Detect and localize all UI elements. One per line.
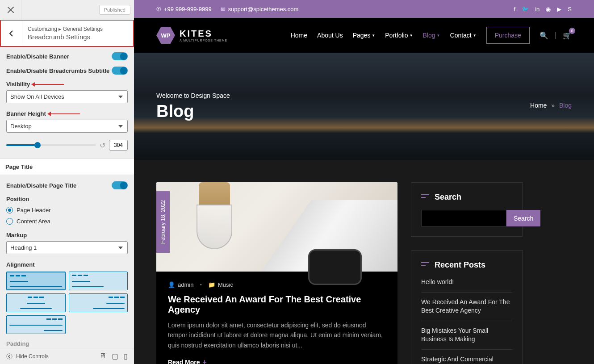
nav-blog[interactable]: Blog▼ [423, 32, 440, 39]
skype-icon[interactable]: S [568, 6, 572, 13]
nav-home[interactable]: Home [291, 32, 307, 39]
email-contact[interactable]: ✉ support@spicethemes.com [221, 6, 299, 13]
mobile-preview-icon[interactable]: ▯ [124, 352, 128, 360]
post-date-badge: February 18, 2022 [156, 191, 170, 253]
post-featured-image[interactable]: February 18, 2022 [156, 182, 397, 272]
twitter-icon[interactable]: 🐦 [522, 6, 529, 13]
page-banner: Welcome to Design Space Blog Home » Blog [134, 53, 594, 160]
post-excerpt: Lorem ipsum dolor sit amet, consectetur … [168, 320, 386, 350]
alignment-label: Alignment [6, 261, 128, 268]
padding-label: Padding [6, 340, 128, 347]
post-card: February 18, 2022 👤 admin • 📁 Music [156, 182, 397, 364]
cart-button[interactable]: 🛒 0 [563, 31, 572, 40]
breadcrumb-home[interactable]: Home [530, 102, 547, 109]
alignment-option-3[interactable] [6, 293, 66, 312]
nav-portfolio[interactable]: Portfolio▼ [385, 32, 413, 39]
position-label: Position [6, 196, 128, 202]
alignment-option-5[interactable] [6, 315, 66, 334]
post-author[interactable]: 👤 admin [168, 281, 193, 288]
page-title-section-header: Page Title [0, 159, 134, 175]
search-widget: Search Search [411, 182, 523, 237]
breadcrumb-path: Customizing ▸ General Settings [28, 26, 128, 32]
linkedin-icon[interactable]: in [535, 6, 540, 13]
purchase-button[interactable]: Purchase [486, 27, 530, 44]
preview-topbar: ✆ +99 999-999-9999 ✉ support@spicethemes… [134, 0, 594, 18]
desktop-preview-icon[interactable]: 🖥 [99, 352, 106, 360]
radio-unchecked-icon [6, 218, 13, 225]
email-icon: ✉ [221, 6, 226, 13]
logo-badge: WP [156, 26, 175, 45]
preview-area: ✆ +99 999-999-9999 ✉ support@spicethemes… [134, 0, 594, 364]
recent-posts-title: Recent Posts [421, 260, 512, 270]
banner-subtitle: Welcome to Design Space [156, 92, 572, 99]
site-logo[interactable]: WP KITES A MULTIPURPOSE THEME [156, 26, 227, 45]
search-widget-title: Search [421, 192, 512, 202]
nav-pages[interactable]: Pages▼ [353, 32, 376, 39]
search-input[interactable] [421, 210, 506, 226]
cart-count-badge: 0 [569, 28, 575, 34]
search-button[interactable]: Search [506, 210, 540, 226]
tablet-preview-icon[interactable]: ▢ [112, 352, 118, 360]
recent-post-item[interactable]: Strategic And Commercial Approach With I… [421, 350, 512, 364]
banner-title: Blog [156, 102, 572, 121]
banner-height-device-select[interactable]: Desktop [6, 120, 128, 133]
close-customizer-button[interactable] [0, 0, 21, 20]
reset-slider-icon[interactable]: ↺ [100, 141, 105, 150]
back-button[interactable] [1, 21, 22, 46]
logo-main-text: KITES [180, 29, 227, 39]
annotation-arrow-icon [49, 113, 80, 114]
nav-about[interactable]: About Us [317, 32, 343, 39]
enable-subtitle-toggle[interactable] [112, 67, 128, 75]
hide-controls-button[interactable]: Hide Controls [6, 353, 49, 360]
annotation-arrow-icon [33, 84, 64, 85]
recent-posts-widget: Recent Posts Hello world! We Received An… [411, 250, 523, 364]
banner-height-label: Banner Height [6, 110, 46, 117]
facebook-icon[interactable]: f [514, 6, 516, 13]
alignment-option-2[interactable] [69, 272, 128, 290]
chevron-down-icon: ▼ [473, 33, 477, 38]
breadcrumb-trail: Home » Blog [530, 102, 572, 109]
enable-banner-toggle[interactable] [112, 52, 128, 60]
svg-point-2 [7, 354, 12, 359]
alignment-option-4[interactable] [69, 293, 128, 312]
nav-contact[interactable]: Contact▼ [450, 32, 477, 39]
recent-post-item[interactable]: Hello world! [421, 278, 512, 293]
enable-page-title-toggle[interactable] [112, 181, 128, 189]
post-category[interactable]: 📁 Music [208, 281, 233, 288]
publish-button[interactable]: Published [99, 5, 130, 15]
banner-height-slider[interactable] [6, 144, 96, 146]
instagram-icon[interactable]: ◉ [546, 6, 551, 13]
chevron-down-icon: ▼ [410, 33, 413, 38]
page-content: February 18, 2022 👤 admin • 📁 Music [134, 160, 594, 364]
search-icon[interactable]: 🔍 [540, 31, 548, 40]
position-content-area-radio[interactable]: Content Area [6, 218, 128, 225]
sidebar-topbar: Published [0, 0, 134, 20]
visibility-label: Visibility [6, 81, 30, 88]
user-icon: 👤 [168, 281, 175, 288]
folder-icon: 📁 [208, 281, 215, 288]
read-more-link[interactable]: Read More + [168, 358, 386, 364]
breadcrumb-current: Blog [559, 102, 572, 109]
recent-post-item[interactable]: Big Mistakes Your Small Business Is Maki… [421, 321, 512, 350]
enable-page-title-label: Enable/Disable Page Title [6, 182, 76, 189]
markup-select[interactable]: Heading 1 [6, 241, 128, 254]
collapse-icon [6, 353, 13, 360]
breadcrumb-header: Customizing ▸ General Settings Breadcrum… [0, 20, 134, 47]
sidebar-footer: Hide Controls 🖥 ▢ ▯ [0, 348, 134, 364]
close-icon [8, 7, 14, 13]
phone-contact[interactable]: ✆ +99 999-999-9999 [156, 6, 212, 13]
post-title[interactable]: We Received An Award For The Best Creati… [168, 294, 386, 315]
phone-icon: ✆ [156, 6, 161, 13]
recent-post-item[interactable]: We Received An Award For The Best Creati… [421, 293, 512, 321]
position-page-header-radio[interactable]: Page Header [6, 207, 128, 213]
enable-banner-label: Enable/Disable Banner [6, 53, 69, 60]
customizer-sidebar: Published Customizing ▸ General Settings… [0, 0, 134, 364]
chevron-left-icon [8, 30, 15, 37]
alignment-option-1[interactable] [6, 272, 66, 290]
visibility-select[interactable]: Show On All Devices [6, 90, 128, 103]
radio-checked-icon [6, 207, 13, 213]
markup-label: Markup [6, 232, 128, 238]
chevron-down-icon: ▼ [437, 33, 440, 38]
banner-height-input[interactable] [109, 140, 128, 151]
youtube-icon[interactable]: ▶ [557, 6, 561, 13]
